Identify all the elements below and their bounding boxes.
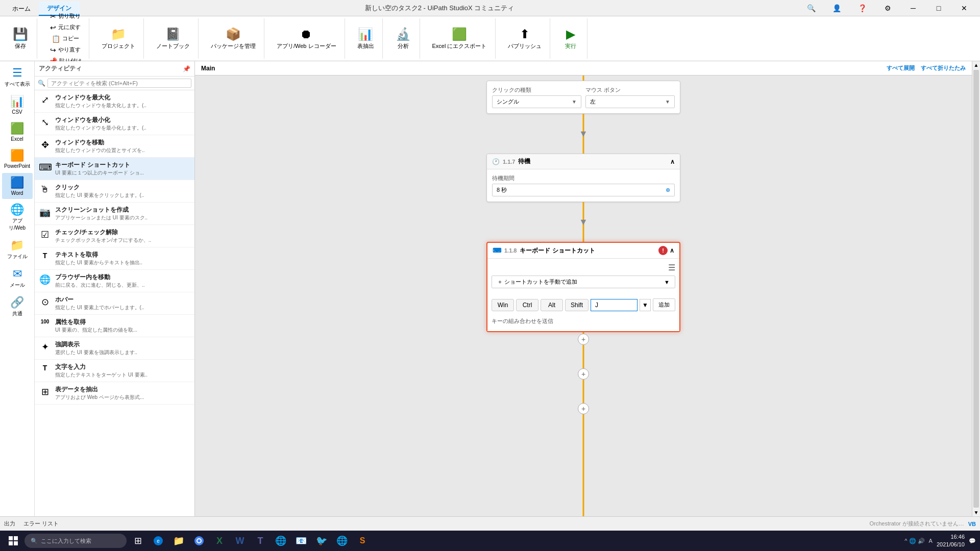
kb-alt-key[interactable]: Alt bbox=[541, 299, 563, 311]
collapse-all-btn[interactable]: すべて折りたたみ bbox=[921, 64, 966, 72]
left-panel-csv[interactable]: 📊 CSV bbox=[2, 92, 33, 118]
kb-win-key[interactable]: Win bbox=[492, 299, 514, 311]
svg-rect-0 bbox=[9, 536, 13, 540]
search-input[interactable] bbox=[47, 79, 191, 88]
sidebar-item-tableextract[interactable]: ⊞ 表データを抽出 アプリおよび Web ページから表形式... bbox=[35, 382, 194, 405]
taskbar-teams[interactable]: T bbox=[251, 532, 270, 550]
add-after-kb-btn[interactable]: + bbox=[578, 334, 589, 345]
appweb-button[interactable]: ⏺ アプリ/Web レコーダー bbox=[273, 25, 340, 52]
tab-home[interactable]: ホーム bbox=[4, 2, 39, 16]
project-button[interactable]: 📁 プロジェクト bbox=[97, 25, 139, 52]
analyze-button[interactable]: 🔬 分析 bbox=[391, 25, 415, 52]
notification-icon[interactable]: 💬 bbox=[969, 538, 976, 544]
kb-key-input[interactable] bbox=[591, 299, 638, 311]
package-button[interactable]: 📦 パッケージを管理 bbox=[207, 25, 260, 52]
sidebar-item-typetext[interactable]: T 文字を入力 指定したテキストをターゲット UI 要素.. bbox=[35, 360, 194, 382]
sidebar-item-click[interactable]: 🖱 クリック 指定した UI 要素をクリックします。(.. bbox=[35, 180, 194, 203]
error-list-tab[interactable]: エラー リスト bbox=[23, 520, 59, 528]
taskbar-studio[interactable]: S bbox=[353, 532, 372, 550]
vertical-scrollbar[interactable]: ▲ ▼ bbox=[972, 61, 980, 516]
kb-add-shortcut-btn[interactable]: ＋ ショートカットを手動で追加 ▼ bbox=[492, 276, 675, 288]
left-panel-file[interactable]: 📁 ファイル bbox=[2, 236, 33, 263]
wait-expand-icon[interactable]: ∧ bbox=[670, 158, 675, 165]
sidebar-item-minimize[interactable]: ⤡ ウィンドウを最小化 指定したウィンドウを最小化します。(.. bbox=[35, 113, 194, 135]
sidebar-item-maximize[interactable]: ⤢ ウィンドウを最大化 指定したウィンドウを最大化します。(.. bbox=[35, 90, 194, 113]
sidebar-item-move[interactable]: ✥ ウィンドウを移動 指定したウィンドウの位置とサイズを.. bbox=[35, 135, 194, 158]
taskbar-explorer[interactable]: 📁 bbox=[169, 532, 188, 550]
wait-duration-input[interactable]: 8 秒 ⊕ bbox=[492, 184, 675, 196]
left-panel-appweb[interactable]: 🌐 アプリ/Web bbox=[2, 200, 33, 235]
sidebar-item-screenshot[interactable]: 📷 スクリーンショットを作成 アプリケーションまたは UI 要素のスク.. bbox=[35, 203, 194, 225]
left-panel-mail[interactable]: ✉ メール bbox=[2, 264, 33, 292]
sidebar-item-hover[interactable]: ⊙ ホバー 指定した UI 要素上でホバーします。(.. bbox=[35, 292, 194, 315]
scroll-thumb[interactable] bbox=[973, 70, 979, 508]
kb-shift-key[interactable]: Shift bbox=[565, 299, 589, 311]
canvas-header: Main すべて展開 すべて折りたたみ bbox=[195, 61, 972, 76]
redo-button[interactable]: ↪ やり直す bbox=[47, 45, 84, 55]
sidebar-item-getattr[interactable]: 100 属性を取得 UI 要素の、指定した属性の値を取... bbox=[35, 315, 194, 337]
kb-close-icon[interactable]: ∧ bbox=[670, 247, 674, 254]
typetext-title: 文字を入力 bbox=[55, 363, 148, 371]
save-button[interactable]: 💾 保存 bbox=[8, 25, 33, 52]
mouse-btn-select[interactable]: 左 ▼ bbox=[585, 95, 675, 108]
help-btn[interactable]: ❓ bbox=[850, 0, 874, 16]
sidebar-pin-icon[interactable]: 📌 bbox=[183, 65, 190, 72]
click-type-select[interactable]: シングル ▼ bbox=[492, 95, 581, 108]
expand-all-btn[interactable]: すべて展開 bbox=[887, 64, 915, 72]
sidebar-item-navigate[interactable]: 🌐 ブラウザー内を移動 前に戻る、次に進む、閉じる、更新、.. bbox=[35, 270, 194, 292]
ppt-icon: 🟧 bbox=[10, 149, 24, 162]
undo-button[interactable]: ↩ 元に戻す bbox=[47, 22, 84, 33]
taskbar-edge[interactable]: e bbox=[149, 532, 167, 550]
copy-button[interactable]: 📋 コピー bbox=[48, 34, 82, 44]
sidebar-item-keyboard[interactable]: ⌨ キーボード ショートカット UI 要素に１つ以上のキーボード ショ... bbox=[35, 158, 194, 180]
kb-key-dropdown[interactable]: ▼ bbox=[640, 299, 651, 311]
kb-menu-icon[interactable]: ☰ bbox=[668, 263, 675, 272]
ribbon-group-analyze: 🔬 分析 bbox=[387, 18, 420, 59]
sidebar-item-highlight[interactable]: ✦ 強調表示 選択した UI 要素を強調表示します.. bbox=[35, 337, 194, 360]
close-btn[interactable]: ✕ bbox=[952, 0, 976, 16]
left-panel-showall[interactable]: ☰ すべて表示 bbox=[2, 63, 33, 91]
left-panel-powerpoint[interactable]: 🟧 PowerPoint bbox=[2, 146, 33, 172]
taskbar-word-task[interactable]: W bbox=[231, 532, 249, 550]
sidebar-item-checkbox[interactable]: ☑ チェック/チェック解除 チェックボックスをオン/オフにするか、.. bbox=[35, 225, 194, 247]
flow-arrow-1: ▼ bbox=[579, 126, 588, 141]
taskbar-search[interactable]: 🔍 ここに入力して検索 bbox=[24, 534, 127, 548]
kb-ctrl-key[interactable]: Ctrl bbox=[516, 299, 538, 311]
tray-icons[interactable]: ^ 🌐 🔊 bbox=[904, 538, 924, 544]
left-panel-word[interactable]: 🟦 Word bbox=[2, 173, 33, 199]
taskbar-chrome[interactable] bbox=[190, 532, 208, 550]
canvas-scroll-area: クリックの種類 シングル ▼ マウス ボタン 左 bbox=[195, 76, 972, 516]
minimize-btn[interactable]: ─ bbox=[901, 0, 925, 16]
cut-button[interactable]: ✂ 切り取り bbox=[47, 11, 84, 21]
taskbar-excel-task[interactable]: X bbox=[210, 532, 229, 550]
sidebar-item-gettext[interactable]: T テキストを取得 指定した UI 要素からテキストを抽出.. bbox=[35, 247, 194, 270]
start-button[interactable] bbox=[4, 532, 22, 550]
search-btn[interactable]: 🔍 bbox=[799, 0, 823, 16]
account-btn[interactable]: 👤 bbox=[825, 0, 848, 16]
taskbar-twitter[interactable]: 🐦 bbox=[312, 532, 331, 550]
maximize-btn[interactable]: □ bbox=[927, 0, 950, 16]
settings-btn[interactable]: ⚙ bbox=[876, 0, 899, 16]
taskbar-clock[interactable]: 16:46 2021/06/10 bbox=[937, 533, 965, 549]
run-button[interactable]: ▶ 実行 bbox=[558, 25, 583, 52]
extract-button[interactable]: 📊 表抽出 bbox=[353, 25, 378, 52]
excel-export-button[interactable]: 🟩 Excel にエクスポート bbox=[428, 25, 491, 52]
wait-duration-plus[interactable]: ⊕ bbox=[666, 187, 670, 193]
output-tab[interactable]: 出力 bbox=[4, 520, 15, 528]
left-panel-excel[interactable]: 🟩 Excel bbox=[2, 119, 33, 145]
add-btn-3[interactable]: + bbox=[578, 403, 589, 414]
left-panel-share[interactable]: 🔗 共通 bbox=[2, 293, 33, 320]
scroll-up-btn[interactable]: ▲ bbox=[972, 61, 980, 69]
kb-add-action-btn[interactable]: 追加 bbox=[653, 298, 675, 311]
add-btn-2[interactable]: + bbox=[578, 368, 589, 380]
taskbar-edge3[interactable]: 🌐 bbox=[333, 532, 351, 550]
taskbar-outlook[interactable]: 📧 bbox=[292, 532, 310, 550]
taskbar-edge2[interactable]: 🌐 bbox=[272, 532, 290, 550]
taskbar-task-view[interactable]: ⊞ bbox=[129, 532, 147, 550]
svg-text:e: e bbox=[157, 538, 160, 544]
publish-button[interactable]: ⬆ パブリッシュ bbox=[504, 25, 546, 52]
notebook-button[interactable]: 📓 ノートブック bbox=[152, 25, 194, 52]
scroll-down-btn[interactable]: ▼ bbox=[972, 509, 980, 516]
lang-indicator[interactable]: VB bbox=[968, 521, 976, 527]
ime-icon[interactable]: A bbox=[929, 538, 933, 544]
